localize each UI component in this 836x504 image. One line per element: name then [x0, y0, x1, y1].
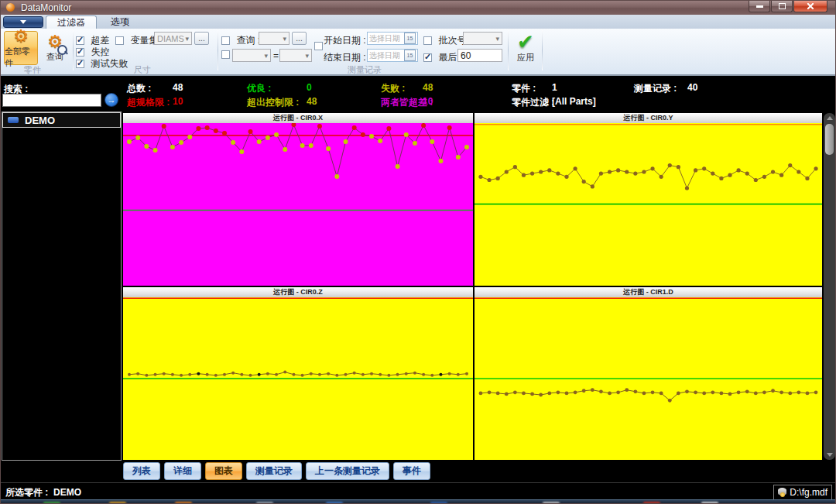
search-go-button[interactable]: →: [104, 93, 118, 107]
summary-label: 零件 :: [512, 82, 536, 95]
query-select[interactable]: ▾: [259, 32, 290, 45]
chart-title: 运行图 - CIR0.Z: [123, 287, 473, 297]
checkbox-test-failed[interactable]: 测试失败: [76, 57, 128, 70]
view-tab-detail[interactable]: 详细: [164, 462, 201, 480]
summary-value: 48: [307, 96, 317, 107]
run-chart-panel-CIR0.Y[interactable]: 运行图 - CIR0.Y: [475, 113, 822, 286]
view-tab-chart[interactable]: 图表: [205, 462, 242, 480]
calendar-icon[interactable]: 15: [404, 50, 416, 61]
summary-panel: 总数 :48优良 :0失败 :48零件 :1测量记录 :40超规格限 :10超出…: [1, 76, 836, 111]
view-tab-prev-measure-record[interactable]: 上一条测量记录: [306, 462, 389, 480]
query-field-select[interactable]: ▾: [232, 49, 271, 62]
chevron-down-icon: ▾: [283, 35, 286, 43]
summary-value: 0: [307, 82, 312, 93]
checkbox-query-value[interactable]: [221, 50, 230, 59]
checkbox-icon: [423, 36, 432, 45]
windows-taskbar[interactable]: [1, 499, 836, 504]
query-value-select[interactable]: ▾: [279, 49, 312, 62]
checkbox-icon: [423, 53, 432, 62]
group-label-parts: 零件: [24, 64, 41, 76]
start-date-label: 开始日期 :: [324, 34, 366, 47]
status-bar: 所选零件 : DEMO D:\fg.mdf: [1, 482, 835, 499]
end-date-input[interactable]: 选择日期 15: [367, 49, 418, 62]
scrollbar-thumb[interactable]: [825, 124, 834, 155]
view-tabs: 列表详细图表测量记录上一条测量记录事件: [123, 462, 430, 480]
checkbox-icon: [115, 36, 124, 45]
scroll-down-button[interactable]: [824, 450, 835, 460]
chevron-down-icon: ▾: [185, 35, 189, 43]
summary-value: 48: [173, 82, 183, 93]
start-date-input[interactable]: 选择日期 15: [367, 32, 418, 45]
chart-svg: [123, 297, 473, 460]
summary-label: 失败 :: [381, 82, 405, 95]
query-more-button[interactable]: ...: [292, 32, 307, 45]
chevron-down-icon: ▾: [305, 52, 309, 60]
view-tab-measure-records[interactable]: 测量记录: [246, 462, 302, 480]
part-list-item[interactable]: DEMO: [2, 112, 121, 128]
checkbox-icon: [76, 36, 84, 45]
chart-plot-area: [123, 297, 473, 460]
summary-value: 48: [423, 82, 433, 93]
batch-select[interactable]: ▾: [463, 32, 502, 45]
selected-part-value: DEMO: [53, 487, 81, 498]
minimize-button[interactable]: [749, 1, 770, 12]
calendar-icon[interactable]: 15: [404, 33, 416, 44]
summary-label: 零件过滤 :: [512, 96, 554, 109]
main-content: 总数 :48优良 :0失败 :48零件 :1测量记录 :40超规格限 :10超出…: [1, 76, 835, 499]
group-separator: [218, 30, 218, 70]
part-icon: [8, 117, 19, 123]
magnifier-icon: [57, 45, 67, 55]
arrow-right-icon: →: [108, 95, 116, 105]
query-parts-button[interactable]: ⚙ 查询: [39, 31, 70, 65]
tab-filter[interactable]: 过滤器: [46, 15, 97, 29]
part-label: DEMO: [25, 115, 55, 126]
variable-set-select[interactable]: DIAMS▾: [154, 32, 192, 45]
chart-svg: [123, 123, 473, 286]
chart-plot-area: [123, 123, 473, 286]
gear-icon: ⚙: [13, 28, 29, 45]
variable-set-more-button[interactable]: ...: [194, 32, 209, 45]
checkbox-date-range[interactable]: [314, 42, 323, 50]
scroll-up-button[interactable]: [824, 113, 835, 123]
parts-sidebar: 搜索 : → DEMO: [1, 76, 122, 499]
summary-label: 测量记录 :: [634, 82, 677, 95]
selected-part-label: 所选零件 :: [5, 487, 48, 498]
chart-svg: [475, 297, 822, 460]
database-file-path: D:\fg.mdf: [790, 487, 827, 498]
close-button[interactable]: [793, 1, 827, 12]
run-chart-panel-CIR1.D[interactable]: 运行图 - CIR1.D: [475, 287, 822, 460]
chevron-down-icon: ▾: [495, 35, 499, 43]
end-date-label: 结束日期 :: [324, 51, 366, 64]
checkbox-icon: [221, 36, 230, 45]
summary-value: 10: [423, 96, 433, 107]
last-count-input[interactable]: [457, 49, 502, 62]
search-input[interactable]: [2, 94, 101, 107]
summary-value: 40: [687, 82, 697, 93]
application-window: DataMonitor 过滤器 选项 ⚙ 全部零件 ⚙ 查询: [0, 0, 836, 504]
tab-options[interactable]: 选项: [100, 15, 140, 29]
minimize-icon: [756, 5, 763, 8]
chart-title: 运行图 - CIR1.D: [475, 287, 822, 297]
checkbox-query[interactable]: 查询 :: [221, 33, 260, 47]
database-icon: [778, 488, 786, 497]
equals-sign: =: [273, 50, 279, 61]
run-chart-panel-CIR0.Z[interactable]: 运行图 - CIR0.Z: [123, 287, 473, 460]
view-tab-events[interactable]: 事件: [393, 462, 430, 480]
parts-list: DEMO: [2, 111, 122, 461]
run-chart-panel-CIR0.X[interactable]: 运行图 - CIR0.X: [123, 113, 473, 286]
triangle-up-icon: [827, 116, 833, 120]
all-parts-button[interactable]: ⚙ 全部零件: [4, 31, 38, 65]
green-check-icon: ✔: [517, 33, 534, 51]
chart-plot-area: [475, 297, 822, 460]
chart-plot-area: [475, 123, 822, 286]
title-bar[interactable]: DataMonitor: [1, 1, 835, 15]
apply-button[interactable]: ✔ 应用: [512, 31, 540, 65]
summary-label: 总数 :: [127, 82, 151, 95]
maximize-button[interactable]: [771, 1, 793, 12]
charts-scrollbar[interactable]: [824, 113, 835, 460]
view-tab-list[interactable]: 列表: [123, 462, 160, 480]
checkbox-last[interactable]: 最后: [423, 50, 457, 64]
ribbon-toolbar: ⚙ 全部零件 ⚙ 查询 零件 超差 失控 测试失败 变量集 : DIAMS▾: [1, 29, 835, 76]
summary-label: 超规格限 :: [127, 96, 170, 109]
checkbox-icon: [76, 60, 84, 68]
